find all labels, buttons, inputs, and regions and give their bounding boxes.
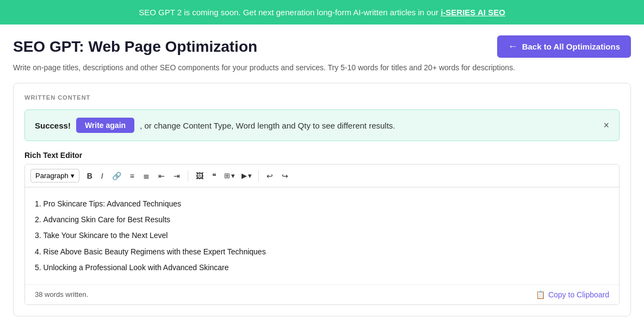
unordered-list-button[interactable]: ≡ (127, 170, 138, 182)
quote-button[interactable]: ❝ (209, 170, 220, 182)
paragraph-chevron-icon: ▾ (71, 172, 75, 180)
link-icon: 🔗 (112, 172, 121, 180)
editor-label: Rich Text Editor (24, 151, 620, 160)
copy-button-label: Copy to Clipboard (548, 290, 609, 299)
list-item: Pro Skincare Tips: Advanced Techniques (35, 196, 609, 212)
page-title: SEO GPT: Web Page Optimization (13, 38, 257, 56)
italic-button[interactable]: I (98, 170, 107, 182)
image-icon: 🖼 (196, 172, 203, 180)
outdent-button[interactable]: ⇤ (155, 170, 168, 182)
paragraph-select[interactable]: Paragraph ▾ (30, 169, 79, 182)
italic-icon: I (101, 172, 103, 180)
paragraph-select-label: Paragraph (35, 172, 69, 180)
video-chevron-icon: ▾ (248, 172, 252, 180)
write-again-button[interactable]: Write again (76, 118, 134, 133)
undo-button[interactable]: ↩ (263, 170, 276, 182)
toolbar-divider-1 (188, 170, 188, 181)
back-button-label: Back to All Optimizations (522, 42, 620, 51)
undo-icon: ↩ (267, 172, 273, 180)
card-section-label: WRITTEN CONTENT (24, 94, 620, 101)
editor-toolbar: Paragraph ▾ B I 🔗 ≡ ≣ (25, 164, 619, 187)
toolbar-divider-2 (258, 170, 259, 181)
main-content: SEO GPT: Web Page Optimization ← Back to… (0, 25, 644, 329)
editor-footer: 38 words written. 📋 Copy to Clipboard (25, 284, 619, 304)
clipboard-icon: 📋 (536, 290, 545, 299)
success-message-box: Success! Write again , or change Content… (24, 109, 620, 141)
list-item: Take Your Skincare to the Next Level (35, 228, 609, 243)
success-content: Success! Write again , or change Content… (35, 118, 395, 133)
header-row: SEO GPT: Web Page Optimization ← Back to… (13, 35, 631, 58)
back-arrow-icon: ← (508, 41, 518, 52)
indent-button[interactable]: ⇥ (170, 170, 183, 182)
table-button[interactable]: ⊞ ▾ (222, 169, 237, 182)
content-list: Pro Skincare Tips: Advanced Techniques A… (35, 196, 609, 276)
table-chevron-icon: ▾ (231, 172, 235, 180)
bold-icon: B (87, 172, 92, 180)
success-label: Success! (35, 121, 71, 130)
table-icon: ⊞ (224, 172, 230, 180)
list-item: Unlocking a Professional Look with Advan… (35, 260, 609, 276)
unordered-list-icon: ≡ (130, 172, 134, 180)
video-icon: ▶ (242, 172, 247, 180)
success-suffix: , or change Content Type, Word length an… (140, 121, 395, 130)
copy-clipboard-button[interactable]: 📋 Copy to Clipboard (536, 290, 609, 299)
rich-text-editor: Paragraph ▾ B I 🔗 ≡ ≣ (24, 164, 620, 305)
outdent-icon: ⇤ (158, 172, 165, 180)
video-button[interactable]: ▶ ▾ (239, 169, 254, 182)
quote-icon: ❝ (212, 172, 216, 180)
editor-content-area[interactable]: Pro Skincare Tips: Advanced Techniques A… (25, 187, 619, 284)
close-success-button[interactable]: × (603, 120, 609, 130)
written-content-card: WRITTEN CONTENT Success! Write again , o… (13, 83, 631, 316)
image-button[interactable]: 🖼 (193, 170, 207, 182)
list-item: Rise Above Basic Beauty Regimens with th… (35, 244, 609, 260)
back-button[interactable]: ← Back to All Optimizations (497, 35, 631, 58)
banner-text: SEO GPT 2 is coming soon. Get next gener… (139, 8, 441, 17)
promo-banner: SEO GPT 2 is coming soon. Get next gener… (0, 0, 644, 25)
ordered-list-button[interactable]: ≣ (140, 170, 153, 182)
banner-link[interactable]: i-SERIES AI SEO (441, 8, 505, 17)
ordered-list-icon: ≣ (143, 172, 150, 180)
list-item: Advancing Skin Care for Best Results (35, 212, 609, 228)
indent-icon: ⇥ (174, 172, 180, 180)
redo-icon: ↪ (282, 172, 288, 180)
bold-button[interactable]: B (84, 170, 96, 182)
redo-button[interactable]: ↪ (278, 170, 292, 182)
link-button[interactable]: 🔗 (109, 170, 125, 182)
word-count: 38 words written. (35, 290, 88, 298)
page-subtitle: Write on-page titles, descriptions and o… (13, 63, 631, 72)
